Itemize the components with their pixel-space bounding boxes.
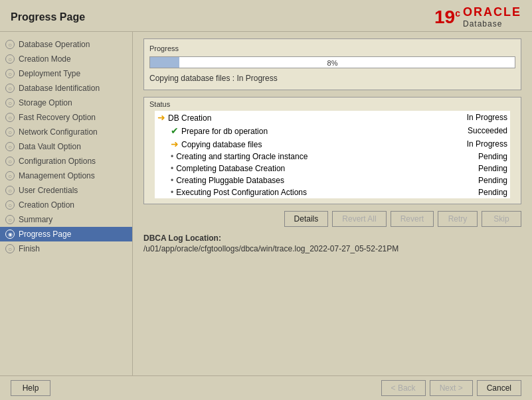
sidebar-item-management-options[interactable]: Management Options — [0, 168, 132, 183]
revert-all-button[interactable]: Revert All — [332, 211, 386, 227]
sidebar-item-fast-recovery-option[interactable]: Fast Recovery Option — [0, 110, 132, 125]
bullet-icon: • — [171, 188, 173, 197]
status-section: Status ➜DB CreationIn Progress✔Prepare f… — [143, 97, 521, 204]
sidebar-item-creation-option[interactable]: Creation Option — [0, 198, 132, 212]
progress-status-text: Copying database files : In Progress — [149, 72, 515, 84]
table-row: ➜DB CreationIn Progress — [155, 111, 510, 124]
sidebar-item-data-vault-option[interactable]: Data Vault Option — [0, 139, 132, 154]
status-value: In Progress — [404, 111, 511, 124]
step-icon-creation-mode — [5, 54, 15, 64]
bullet-icon: • — [171, 164, 173, 173]
sidebar: Database OperationCreation ModeDeploymen… — [0, 32, 133, 375]
sidebar-item-network-configuration[interactable]: Network Configuration — [0, 125, 132, 139]
footer: Help < Back Next > Cancel — [0, 375, 532, 400]
step-icon-configuration-options — [5, 157, 15, 166]
status-value: Succeeded — [404, 124, 511, 137]
buttons-row: Details Revert All Revert Retry Skip — [143, 211, 521, 227]
table-row: ✔Prepare for db operationSucceeded — [155, 124, 510, 137]
arrow-icon: ➜ — [157, 112, 165, 123]
sidebar-label-database-operation: Database Operation — [19, 40, 90, 49]
sidebar-label-creation-mode: Creation Mode — [19, 54, 71, 64]
help-button[interactable]: Help — [11, 380, 50, 396]
oracle-brand: ORACLE — [463, 5, 521, 19]
oracle-sub: Database — [463, 19, 502, 29]
sidebar-label-configuration-options: Configuration Options — [19, 157, 96, 166]
oracle-logo: 19c ORACLE Database — [434, 5, 521, 29]
cancel-button[interactable]: Cancel — [477, 380, 521, 396]
sidebar-label-network-configuration: Network Configuration — [19, 127, 98, 137]
step-icon-database-operation — [5, 40, 15, 49]
status-label: Status — [144, 98, 521, 111]
sidebar-item-storage-option[interactable]: Storage Option — [0, 96, 132, 110]
back-button[interactable]: < Back — [381, 380, 426, 396]
step-icon-management-options — [5, 171, 15, 180]
header: Progress Page 19c ORACLE Database — [0, 0, 532, 32]
step-icon-creation-option — [5, 200, 15, 210]
step-icon-database-identification — [5, 84, 15, 93]
status-value: In Progress — [404, 137, 511, 151]
sidebar-label-fast-recovery-option: Fast Recovery Option — [19, 113, 96, 122]
progress-bar-container: 8% — [149, 56, 515, 68]
sidebar-item-finish[interactable]: Finish — [0, 241, 132, 256]
sidebar-item-database-operation[interactable]: Database Operation — [0, 37, 132, 52]
log-path: /u01/app/oracle/cfgtoollogs/dbca/win/tra… — [143, 244, 521, 253]
table-row: •Creating Pluggable DatabasesPending — [155, 174, 510, 186]
content-area: Database OperationCreation ModeDeploymen… — [0, 32, 532, 375]
sidebar-label-management-options: Management Options — [19, 171, 95, 180]
check-icon: ✔ — [171, 125, 179, 136]
table-row: •Executing Post Configuration ActionsPen… — [155, 186, 510, 198]
details-button[interactable]: Details — [284, 211, 329, 227]
status-value: Pending — [404, 163, 511, 174]
skip-button[interactable]: Skip — [482, 211, 521, 227]
table-row: •Creating and starting Oracle instancePe… — [155, 151, 510, 163]
main-panel: Progress 8% Copying database files : In … — [133, 32, 532, 375]
status-value: Pending — [404, 151, 511, 163]
table-row: ➜Copying database filesIn Progress — [155, 137, 510, 151]
step-icon-user-credentials — [5, 186, 15, 195]
sidebar-label-storage-option: Storage Option — [19, 98, 72, 107]
next-button[interactable]: Next > — [430, 380, 473, 396]
retry-button[interactable]: Retry — [438, 211, 478, 227]
step-icon-summary — [5, 215, 15, 224]
sidebar-item-progress-page[interactable]: Progress Page — [0, 227, 132, 241]
sidebar-label-database-identification: Database Identification — [19, 84, 100, 93]
step-icon-data-vault-option — [5, 142, 15, 151]
bullet-icon: • — [171, 152, 173, 161]
arrow-icon: ➜ — [171, 139, 179, 149]
status-value: Pending — [404, 186, 511, 198]
sidebar-label-data-vault-option: Data Vault Option — [19, 142, 81, 151]
sidebar-item-user-credentials[interactable]: User Credentials — [0, 183, 132, 198]
step-icon-storage-option — [5, 98, 15, 107]
status-value: Pending — [404, 174, 511, 186]
sidebar-item-database-identification[interactable]: Database Identification — [0, 81, 132, 96]
progress-percent: 8% — [150, 57, 515, 69]
step-icon-deployment-type — [5, 69, 15, 78]
sidebar-item-configuration-options[interactable]: Configuration Options — [0, 154, 132, 168]
log-label: DBCA Log Location: — [143, 233, 521, 243]
sidebar-item-deployment-type[interactable]: Deployment Type — [0, 66, 132, 81]
step-icon-network-configuration — [5, 127, 15, 137]
sidebar-label-deployment-type: Deployment Type — [19, 69, 80, 78]
progress-label: Progress — [149, 44, 515, 52]
sidebar-label-progress-page: Progress Page — [19, 230, 71, 239]
sidebar-label-creation-option: Creation Option — [19, 200, 74, 210]
sidebar-item-summary[interactable]: Summary — [0, 212, 132, 227]
sidebar-label-summary: Summary — [19, 215, 52, 224]
sidebar-item-creation-mode[interactable]: Creation Mode — [0, 52, 132, 66]
main-container: Progress Page 19c ORACLE Database Databa… — [0, 0, 532, 400]
oracle-text: ORACLE Database — [463, 5, 521, 29]
table-row: •Completing Database CreationPending — [155, 163, 510, 174]
page-title: Progress Page — [11, 11, 85, 23]
log-section: DBCA Log Location: /u01/app/oracle/cfgto… — [143, 233, 521, 253]
step-icon-finish — [5, 244, 15, 253]
progress-section: Progress 8% Copying database files : In … — [143, 38, 521, 90]
footer-nav: < Back Next > Cancel — [381, 380, 521, 396]
sidebar-label-finish: Finish — [19, 244, 40, 253]
status-table: ➜DB CreationIn Progress✔Prepare for db o… — [155, 111, 510, 198]
revert-button[interactable]: Revert — [391, 211, 434, 227]
oracle-version: 19c — [434, 7, 460, 28]
step-icon-progress-page — [5, 230, 15, 239]
bullet-icon: • — [171, 176, 173, 185]
step-icon-fast-recovery-option — [5, 113, 15, 122]
sidebar-label-user-credentials: User Credentials — [19, 186, 78, 195]
